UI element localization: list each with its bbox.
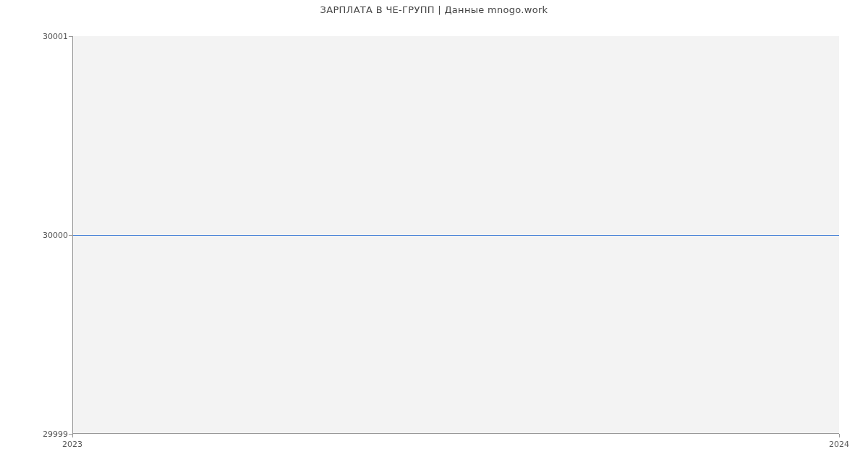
y-tick-label: 29999: [25, 430, 68, 439]
x-tick-mark: [839, 434, 840, 437]
data-series-line: [73, 235, 839, 236]
y-tick-label: 30000: [25, 231, 68, 240]
y-tick-label: 30001: [25, 32, 68, 41]
plot-area: [72, 36, 839, 434]
chart-container: ЗАРПЛАТА В ЧЕ-ГРУПП | Данные mnogo.work …: [0, 0, 868, 470]
x-tick-mark: [72, 434, 73, 437]
x-tick-label: 2023: [62, 440, 82, 449]
chart-title: ЗАРПЛАТА В ЧЕ-ГРУПП | Данные mnogo.work: [0, 4, 868, 15]
x-tick-label: 2024: [829, 440, 849, 449]
